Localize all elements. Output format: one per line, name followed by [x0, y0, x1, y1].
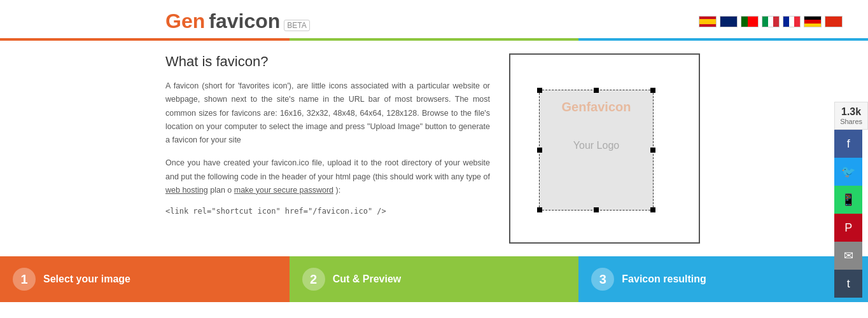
wm-yourlogo: Your Logo	[552, 140, 640, 151]
preview-inner[interactable]: Genfavicon Your Logo	[510, 55, 699, 242]
step-1[interactable]: 1 Select your image	[0, 256, 290, 302]
description-1: A favicon (short for 'favorites icon'), …	[165, 80, 490, 147]
bar-green	[290, 38, 579, 41]
code-snippet[interactable]: <link rel="shortcut icon" href="/favicon…	[165, 207, 490, 216]
crop-rectangle[interactable]: Genfavicon Your Logo	[539, 90, 654, 211]
email-share-button[interactable]: ✉	[834, 242, 862, 270]
handle-mid-right[interactable]	[650, 148, 655, 153]
step-3-number: 3	[591, 268, 614, 291]
header: Genfavicon BETA	[0, 0, 868, 33]
share-number: 1.3k	[840, 106, 862, 118]
step-2-label: Cut & Preview	[333, 273, 402, 285]
color-bar	[0, 38, 868, 41]
step-2-number: 2	[302, 268, 325, 291]
desc2-text: Once you have created your favicon.ico f…	[165, 158, 490, 181]
handle-top-mid[interactable]	[594, 88, 599, 93]
tumblr-share-button[interactable]: t	[834, 270, 862, 298]
handle-top-left[interactable]	[537, 88, 542, 93]
crop-watermark: Genfavicon Your Logo	[552, 100, 640, 151]
handle-mid-left[interactable]	[537, 148, 542, 153]
plan-o-text: plan o	[210, 186, 234, 195]
social-sidebar: 1.3k Shares f 🐦 📱 P ✉ t	[834, 102, 868, 298]
share-label: Shares	[840, 118, 862, 125]
step-1-number: 1	[13, 268, 36, 291]
steps-bar: 1 Select your image 2 Cut & Preview 3 Fa…	[0, 256, 868, 302]
left-content: What is favicon? A favicon (short for 'f…	[165, 53, 490, 244]
whatsapp-share-button[interactable]: 📱	[834, 186, 862, 214]
bar-blue	[578, 38, 868, 41]
pinterest-share-button[interactable]: P	[834, 214, 862, 242]
handle-bottom-right[interactable]	[650, 207, 655, 212]
handle-top-right[interactable]	[650, 88, 655, 93]
flag-es[interactable]	[699, 16, 717, 27]
logo-gen[interactable]: Gen	[165, 10, 205, 33]
wm-gen: Genfavicon	[562, 104, 631, 113]
flag-pt[interactable]	[741, 16, 759, 27]
flag-fr[interactable]	[783, 16, 801, 27]
share-count-box: 1.3k Shares	[834, 102, 868, 130]
handle-bottom-left[interactable]	[537, 207, 542, 212]
logo-beta: BETA	[284, 20, 309, 31]
main-container: What is favicon? A favicon (short for 'f…	[0, 41, 868, 250]
description-2: Once you have created your favicon.ico f…	[165, 156, 490, 197]
password-link[interactable]: make your secure password	[234, 186, 333, 195]
step-2[interactable]: 2 Cut & Preview	[290, 256, 579, 302]
web-hosting-link[interactable]: web hosting	[165, 186, 208, 195]
step-3-label: Favicon resulting	[622, 273, 706, 285]
facebook-share-button[interactable]: f	[834, 130, 862, 158]
flag-gb[interactable]	[720, 16, 738, 27]
twitter-share-button[interactable]: 🐦	[834, 158, 862, 186]
section-title: What is favicon?	[165, 53, 490, 70]
flag-de[interactable]	[804, 16, 822, 27]
desc2-suffix: ):	[336, 186, 341, 195]
preview-box: Genfavicon Your Logo	[509, 53, 700, 244]
flag-cn[interactable]	[825, 16, 843, 27]
logo-favicon[interactable]: favicon	[209, 10, 280, 33]
flag-it[interactable]	[762, 16, 780, 27]
language-flags	[699, 16, 843, 27]
logo: Genfavicon BETA	[165, 10, 310, 33]
step-1-label: Select your image	[43, 273, 130, 285]
bar-orange	[0, 38, 290, 41]
handle-bottom-mid[interactable]	[594, 207, 599, 212]
step-3[interactable]: 3 Favicon resulting	[578, 256, 868, 302]
